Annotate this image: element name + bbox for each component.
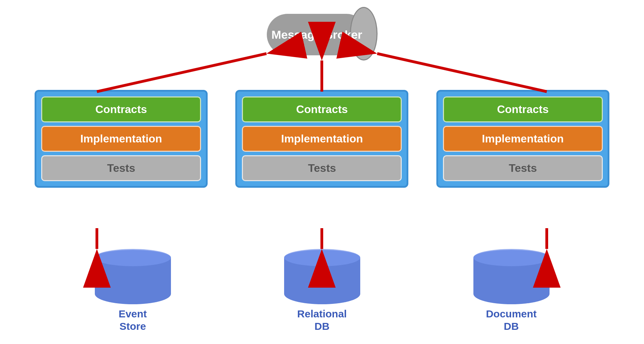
arrow-right-to-broker bbox=[377, 54, 547, 92]
broker-label: Message Broker bbox=[271, 28, 362, 42]
db-shape-document bbox=[473, 249, 550, 304]
tests-layer-right: Tests bbox=[443, 155, 603, 181]
implementation-layer-left: Implementation bbox=[41, 126, 201, 152]
tests-label-right: Tests bbox=[509, 162, 537, 175]
service-right: Contracts Implementation Tests bbox=[436, 90, 609, 188]
db-top-event bbox=[95, 249, 171, 266]
db-shape-event bbox=[95, 249, 171, 304]
contracts-layer-left: Contracts bbox=[41, 96, 201, 122]
contracts-label-center: Contracts bbox=[296, 103, 348, 116]
db-label-relational: RelationalDB bbox=[297, 308, 347, 333]
databases-row: EventStore RelationalDB DocumentDB bbox=[0, 249, 644, 333]
contracts-layer-center: Contracts bbox=[242, 96, 402, 122]
service-left: Contracts Implementation Tests bbox=[35, 90, 208, 188]
db-label-event: EventStore bbox=[119, 308, 147, 333]
contracts-label-left: Contracts bbox=[95, 103, 147, 116]
implementation-label-right: Implementation bbox=[482, 132, 564, 145]
implementation-layer-right: Implementation bbox=[443, 126, 603, 152]
tests-label-left: Tests bbox=[107, 162, 135, 175]
db-relational: RelationalDB bbox=[284, 249, 360, 333]
db-event-store: EventStore bbox=[95, 249, 171, 333]
contracts-layer-right: Contracts bbox=[443, 96, 603, 122]
services-row: Contracts Implementation Tests Contracts… bbox=[0, 90, 644, 188]
tests-layer-left: Tests bbox=[41, 155, 201, 181]
db-document: DocumentDB bbox=[473, 249, 550, 333]
implementation-layer-center: Implementation bbox=[242, 126, 402, 152]
implementation-label-center: Implementation bbox=[281, 132, 363, 145]
tests-label-center: Tests bbox=[308, 162, 336, 175]
message-broker: Message Broker bbox=[267, 7, 378, 61]
db-label-document: DocumentDB bbox=[486, 308, 537, 333]
broker-shape: Message Broker bbox=[267, 7, 378, 61]
diagram: Message Broker Contracts Implementation … bbox=[0, 0, 644, 344]
db-top-relational bbox=[284, 249, 360, 266]
contracts-label-right: Contracts bbox=[497, 103, 548, 116]
db-shape-relational bbox=[284, 249, 360, 304]
db-top-document bbox=[473, 249, 550, 266]
arrow-left-to-broker bbox=[97, 54, 266, 92]
service-center: Contracts Implementation Tests bbox=[235, 90, 408, 188]
tests-layer-center: Tests bbox=[242, 155, 402, 181]
implementation-label-left: Implementation bbox=[80, 132, 162, 145]
